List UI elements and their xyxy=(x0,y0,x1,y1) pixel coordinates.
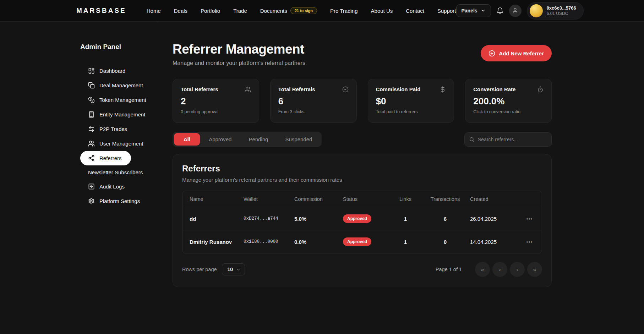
row-actions-menu-button[interactable]: ⋯ xyxy=(517,238,542,246)
stat-subtext: 0 pending approval xyxy=(181,109,251,114)
nav-item-pro-trading[interactable]: Pro Trading xyxy=(330,8,358,14)
column-header-commission: Commission xyxy=(294,196,343,202)
stats-cards: Total Referrers 2 0 pending approval Tot… xyxy=(173,79,552,123)
page-info: Page 1 of 1 xyxy=(436,267,462,272)
nav-item-trade[interactable]: Trade xyxy=(233,8,247,14)
sidebar-item-user-management[interactable]: User Management xyxy=(80,136,152,151)
user-avatar-button[interactable] xyxy=(509,5,522,17)
column-header-links: Links xyxy=(391,196,420,202)
stat-value: $0 xyxy=(376,96,446,107)
users-icon xyxy=(88,140,95,147)
referrer-wallet: 0x1E80...0000 xyxy=(244,239,294,244)
stat-card-commission-paid: Commission Paid $0 Total paid to referre… xyxy=(368,79,454,123)
sidebar-item-label: Referrers xyxy=(99,155,122,161)
referrer-created: 14.04.2025 xyxy=(470,239,517,245)
stat-value: 200.0% xyxy=(473,96,544,107)
navbar-right-group: Panels 0xc6c3...5766 6.01 USDC xyxy=(456,2,584,20)
documents-to-sign-badge: 21 to sign xyxy=(290,7,317,14)
column-header-name: Name xyxy=(182,196,244,202)
stat-card-conversion-rate: Conversion Rate 200.0% Click to conversi… xyxy=(465,79,552,123)
column-header-created: Created xyxy=(470,196,517,202)
main-nav: Home Deals Portfolio Trade Documents 21 … xyxy=(147,7,456,14)
referrers-table: Name Wallet Commission Status Links Tran… xyxy=(182,191,542,253)
nav-item-about-us[interactable]: About Us xyxy=(371,8,393,14)
stat-label: Total Referrers xyxy=(181,86,218,92)
sidebar-item-platform-settings[interactable]: Platform Settings xyxy=(80,194,149,208)
search-icon xyxy=(469,137,475,142)
referrers-table-card: Referrers Manage your platform's referra… xyxy=(173,154,552,287)
table-card-subtitle: Manage your platform's referral partners… xyxy=(182,177,542,183)
wallet-coin-avatar xyxy=(530,4,543,17)
sidebar-item-newsletter-subscribers[interactable]: Newsletter Subscribers xyxy=(80,165,152,179)
nav-item-home[interactable]: Home xyxy=(147,8,161,14)
stat-subtext: From 3 clicks xyxy=(278,109,349,114)
search-referrers-input[interactable] xyxy=(478,137,547,142)
top-navbar: MARSBASE Home Deals Portfolio Trade Docu… xyxy=(0,0,644,22)
chevron-down-icon xyxy=(481,8,486,13)
sidebar-item-label: User Management xyxy=(99,141,143,147)
tab-all[interactable]: All xyxy=(174,133,200,146)
stat-label: Commission Paid xyxy=(376,86,421,92)
tab-pending[interactable]: Pending xyxy=(240,133,276,146)
notifications-bell-icon[interactable] xyxy=(496,7,504,15)
nav-item-deals[interactable]: Deals xyxy=(174,8,187,14)
table-header-row: Name Wallet Commission Status Links Tran… xyxy=(182,191,542,207)
wallet-chip[interactable]: 0xc6c3...5766 6.01 USDC xyxy=(527,2,584,20)
brand-logo: MARSBASE xyxy=(76,7,126,15)
sidebar-item-audit-logs[interactable]: Audit Logs xyxy=(80,179,134,194)
rows-per-page-select[interactable]: 10 xyxy=(222,263,245,275)
add-new-referrer-button[interactable]: Add New Referrer xyxy=(481,45,552,61)
stat-value: 2 xyxy=(181,96,251,107)
stat-card-total-referrers: Total Referrers 2 0 pending approval xyxy=(173,79,259,123)
pagination-next-button[interactable]: › xyxy=(510,262,525,277)
pagination-last-button[interactable]: » xyxy=(527,262,542,277)
sidebar-item-label: Audit Logs xyxy=(99,184,125,190)
copy-pages-icon xyxy=(88,82,95,89)
nav-item-support[interactable]: Support xyxy=(437,8,456,14)
coins-icon xyxy=(88,97,95,103)
stat-subtext: Total paid to referrers xyxy=(376,109,446,114)
sidebar-item-label: Entity Management xyxy=(99,111,145,117)
row-actions-menu-button[interactable]: ⋯ xyxy=(517,215,542,223)
sidebar-title: Admin Panel xyxy=(80,43,158,51)
pagination-first-button[interactable]: « xyxy=(475,262,490,277)
nav-item-portfolio[interactable]: Portfolio xyxy=(201,8,220,14)
nav-item-contact[interactable]: Contact xyxy=(406,8,424,14)
referrer-links: 1 xyxy=(391,216,420,222)
stat-subtext: Click to conversion ratio xyxy=(473,109,544,114)
table-card-title: Referrers xyxy=(182,164,542,174)
referrer-name: dd xyxy=(182,216,244,222)
referrer-commission: 5.0% xyxy=(294,216,343,222)
sidebar-item-deal-management[interactable]: Deal Management xyxy=(80,78,152,93)
users-icon xyxy=(245,86,251,93)
sidebar-item-entity-management[interactable]: Entity Management xyxy=(80,107,154,122)
tab-suspended[interactable]: Suspended xyxy=(277,133,320,146)
gear-icon xyxy=(88,198,95,204)
referrer-links: 1 xyxy=(391,239,420,245)
page-title: Referrer Management xyxy=(173,42,305,57)
referrer-transactions: 0 xyxy=(420,239,470,245)
tab-approved[interactable]: Approved xyxy=(201,133,240,146)
rows-per-page-label: Rows per page xyxy=(182,267,217,272)
status-filter-tabs: All Approved Pending Suspended xyxy=(173,132,322,147)
sidebar-item-label: P2P Trades xyxy=(99,126,127,132)
sidebar-item-p2p-trades[interactable]: P2P Trades xyxy=(80,122,136,136)
sidebar-item-label: Platform Settings xyxy=(99,198,140,204)
stat-card-total-referrals: Total Referrals 6 From 3 clicks xyxy=(270,79,357,123)
column-header-status: Status xyxy=(343,196,391,202)
panels-dropdown-button[interactable]: Panels xyxy=(456,4,491,17)
stat-label: Conversion Rate xyxy=(473,86,515,92)
sidebar-item-label: Deal Management xyxy=(99,82,143,88)
table-row[interactable]: Dmitriy Rusanov 0x1E80...0000 0.0% Appro… xyxy=(182,230,542,253)
referrer-name: Dmitriy Rusanov xyxy=(182,239,244,245)
sidebar-item-referrers[interactable]: Referrers xyxy=(80,151,131,165)
share-network-icon xyxy=(88,155,95,161)
pagination-prev-button[interactable]: ‹ xyxy=(492,262,507,277)
nav-item-documents-label: Documents xyxy=(260,8,287,14)
sidebar-item-dashboard[interactable]: Dashboard xyxy=(80,64,135,78)
plus-circle-icon xyxy=(489,50,495,57)
sidebar-item-label: Token Management xyxy=(99,97,146,103)
sidebar-item-token-management[interactable]: Token Management xyxy=(80,93,155,107)
nav-item-documents[interactable]: Documents 21 to sign xyxy=(260,7,317,14)
table-row[interactable]: dd 0xD274...a744 5.0% Approved 1 6 26.04… xyxy=(182,207,542,230)
